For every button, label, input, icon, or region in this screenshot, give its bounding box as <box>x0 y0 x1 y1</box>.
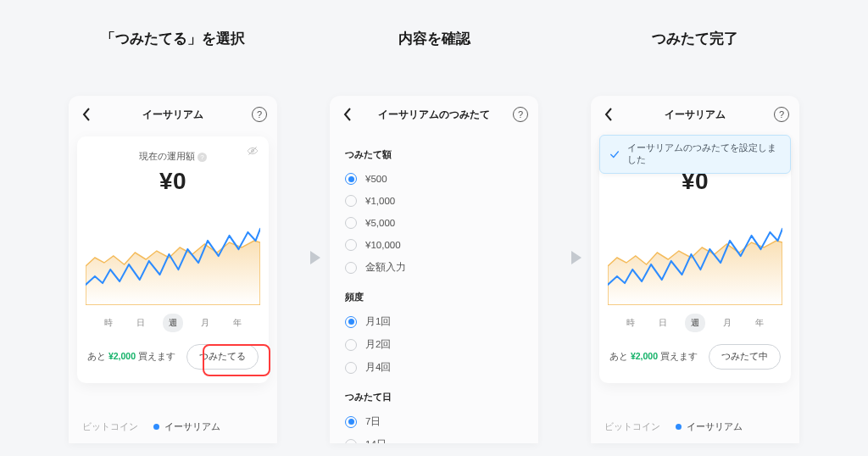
accumulate-status-button[interactable]: つみたて中 <box>709 344 781 370</box>
price-chart <box>608 203 782 305</box>
radio-icon <box>345 173 357 185</box>
section-day-title: つみたて日 <box>345 391 523 403</box>
help-icon[interactable]: ? <box>774 107 789 122</box>
screen-title: イーサリアムのつみたて <box>378 108 490 122</box>
option-label: 月4回 <box>365 361 391 374</box>
check-icon <box>609 148 620 160</box>
radio-icon <box>345 195 357 207</box>
radio-icon <box>345 362 357 374</box>
back-button[interactable] <box>340 107 355 122</box>
back-button[interactable] <box>79 107 94 122</box>
freq-options: 月1回月2回月4回 <box>345 310 523 379</box>
balance-label: 現在の運用額? <box>86 150 260 163</box>
info-icon[interactable]: ? <box>198 153 207 162</box>
balance-card: 現在の運用額? ¥0 時日週月年 <box>77 136 269 383</box>
radio-icon <box>345 416 357 428</box>
accumulate-form: つみたて額 ¥500¥1,000¥5,000¥10,000金額入力 頻度 月1回… <box>330 133 538 443</box>
buy-suffix: 買えます <box>658 351 698 361</box>
back-button[interactable] <box>601 107 616 122</box>
phone-screen-3: イーサリアム ? イーサリアムのつみたてを設定しました 現在の運用額? ¥0 <box>591 96 799 443</box>
option-14日[interactable]: 14日 <box>345 433 523 443</box>
amount-options: ¥500¥1,000¥5,000¥10,000金額入力 <box>345 168 523 279</box>
radio-icon <box>345 262 357 274</box>
range-selector: 時日週月年 <box>608 314 782 332</box>
balance-value: ¥0 <box>86 168 260 195</box>
active-dot-icon <box>153 424 159 430</box>
radio-icon <box>345 439 357 444</box>
range-日[interactable]: 日 <box>131 314 151 332</box>
tab-ビットコイン[interactable]: ビットコイン <box>82 420 138 433</box>
range-年[interactable]: 年 <box>749 314 770 332</box>
tab-label: イーサリアム <box>164 420 220 433</box>
balance-label-text: 現在の運用額 <box>139 151 195 161</box>
success-banner: イーサリアムのつみたてを設定しました <box>599 135 791 174</box>
day-options: 7日14日 <box>345 410 523 443</box>
tab-ビットコイン[interactable]: ビットコイン <box>604 420 660 433</box>
option-月1回[interactable]: 月1回 <box>345 310 523 333</box>
option-月2回[interactable]: 月2回 <box>345 333 523 356</box>
step-2: 内容を確認 イーサリアムのつみたて ? つみたて額 ¥500¥1,000¥5,0… <box>330 29 538 443</box>
option-label: 月1回 <box>365 315 391 328</box>
range-年[interactable]: 年 <box>227 314 248 332</box>
visibility-toggle-icon[interactable] <box>247 145 259 157</box>
option-label: ¥1,000 <box>365 196 395 206</box>
tab-label: イーサリアム <box>687 420 743 433</box>
header-bar: イーサリアム ? <box>69 96 277 133</box>
header-bar: イーサリアム ? <box>591 96 799 133</box>
option-¥500[interactable]: ¥500 <box>345 168 523 190</box>
option-金額入力[interactable]: 金額入力 <box>345 256 523 279</box>
step-1: 「つみたてる」を選択 イーサリアム ? 現在の運用額? ¥0 <box>69 29 277 443</box>
tab-イーサリアム[interactable]: イーサリアム <box>153 420 220 433</box>
range-時[interactable]: 時 <box>620 314 641 332</box>
step-2-title: 内容を確認 <box>330 29 538 48</box>
radio-icon <box>345 217 357 229</box>
help-icon[interactable]: ? <box>513 107 528 122</box>
option-7日[interactable]: 7日 <box>345 410 523 433</box>
buy-amount: ¥2,000 <box>108 351 136 361</box>
chart-svg <box>86 203 260 305</box>
accumulate-button[interactable]: つみたてる <box>186 344 259 370</box>
step-3-title: つみたて完了 <box>591 29 799 48</box>
option-label: 7日 <box>365 415 381 428</box>
option-label: ¥500 <box>365 174 387 184</box>
option-¥5,000[interactable]: ¥5,000 <box>345 212 523 234</box>
option-¥10,000[interactable]: ¥10,000 <box>345 234 523 256</box>
section-amount-title: つみたて額 <box>345 148 523 161</box>
asset-tabs: ビットコインイーサリアム <box>591 409 799 443</box>
arrow-right-icon <box>565 247 586 268</box>
phone-screen-1: イーサリアム ? 現在の運用額? ¥0 <box>69 96 277 443</box>
option-label: 月2回 <box>365 338 391 351</box>
range-週[interactable]: 週 <box>163 314 183 332</box>
buy-remaining-text: あと ¥2,000 買えます <box>87 351 175 363</box>
range-月[interactable]: 月 <box>717 314 737 332</box>
active-dot-icon <box>676 424 682 430</box>
chart-svg <box>608 203 782 305</box>
banner-text: イーサリアムのつみたてを設定しました <box>627 142 782 166</box>
buy-amount: ¥2,000 <box>631 351 658 361</box>
step-1-title: 「つみたてる」を選択 <box>69 29 277 48</box>
price-chart <box>86 203 260 305</box>
option-label: ¥10,000 <box>365 240 401 250</box>
buy-remaining-text: あと ¥2,000 買えます <box>609 351 698 363</box>
option-label: 14日 <box>365 438 387 443</box>
range-selector: 時日週月年 <box>86 314 260 332</box>
asset-tabs: ビットコインイーサリアム <box>69 409 277 443</box>
tab-イーサリアム[interactable]: イーサリアム <box>676 420 743 433</box>
range-週[interactable]: 週 <box>685 314 705 332</box>
range-日[interactable]: 日 <box>653 314 673 332</box>
tab-label: ビットコイン <box>604 420 660 433</box>
buy-row: あと ¥2,000 買えます つみたてる <box>86 344 260 370</box>
range-時[interactable]: 時 <box>98 314 119 332</box>
buy-prefix: あと <box>87 351 108 361</box>
phone-screen-2: イーサリアムのつみたて ? つみたて額 ¥500¥1,000¥5,000¥10,… <box>330 96 538 443</box>
radio-icon <box>345 339 357 351</box>
screen-title: イーサリアム <box>665 108 726 122</box>
header-bar: イーサリアムのつみたて ? <box>330 96 538 133</box>
option-月4回[interactable]: 月4回 <box>345 356 523 379</box>
radio-icon <box>345 239 357 251</box>
tab-label: ビットコイン <box>82 420 138 433</box>
step-3: つみたて完了 イーサリアム ? イーサリアムのつみたてを設定しました 現在の運用… <box>591 29 799 443</box>
option-¥1,000[interactable]: ¥1,000 <box>345 190 523 212</box>
range-月[interactable]: 月 <box>195 314 215 332</box>
help-icon[interactable]: ? <box>252 107 267 122</box>
